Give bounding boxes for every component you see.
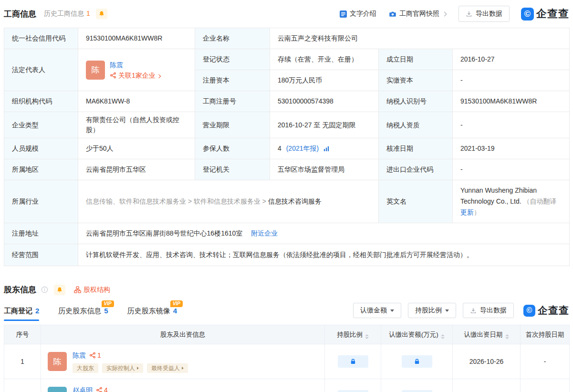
- export-data-button[interactable]: 导出数据: [458, 6, 510, 22]
- bell-icon[interactable]: [96, 9, 107, 19]
- related-count[interactable]: 1: [97, 351, 101, 360]
- column-subscribed-amount: 认缴出资额(万元): [381, 325, 453, 344]
- official-snapshot-label: 工商官网快照: [399, 10, 439, 18]
- shareholding-ratio-dropdown[interactable]: 持股比例: [408, 303, 456, 318]
- org-chart-icon: [74, 286, 81, 293]
- info-icon[interactable]: [41, 286, 48, 293]
- row-index: 2: [4, 379, 41, 392]
- qichacha-logo-icon: ©: [523, 305, 535, 317]
- insured-count: 4: [278, 144, 281, 152]
- annual-report-chart-icon[interactable]: [323, 145, 330, 152]
- first-hold-date-cell: 2017-11-20: [521, 379, 570, 392]
- tab-business-registration[interactable]: 工商登记2: [4, 307, 39, 321]
- shareholder-avatar[interactable]: 陈: [48, 352, 67, 371]
- shareholder-name-link[interactable]: 赵卓明: [73, 385, 93, 392]
- business-info-title: 工商信息: [4, 9, 36, 20]
- paid-capital-value: -: [453, 70, 570, 91]
- reg-status-value: 存续（在营、开业、在册）: [270, 49, 379, 70]
- tab-history-shareholders[interactable]: VIP 历史股东信息5: [58, 307, 108, 321]
- org-code-label: 组织机构代码: [4, 91, 78, 112]
- reg-capital-value: 180万元人民币: [270, 70, 379, 91]
- lock-icon[interactable]: [402, 355, 432, 368]
- reg-status-label: 登记状态: [195, 49, 270, 70]
- related-companies-icon: [110, 72, 116, 79]
- related-companies-link[interactable]: 关联1家企业: [118, 72, 156, 79]
- legal-rep-avatar[interactable]: 陈: [86, 61, 105, 80]
- import-export-value: -: [453, 159, 570, 180]
- chevron-right-icon: [442, 11, 447, 16]
- equity-structure-link[interactable]: 股权结构: [74, 286, 110, 294]
- staff-size-value: 少于50人: [78, 138, 195, 159]
- auto-translate-note-close: ）: [474, 208, 480, 216]
- region-label: 所属地区: [4, 159, 78, 180]
- tag-actual-controller[interactable]: 实际控制人: [102, 363, 143, 373]
- industry-separator: >: [188, 197, 192, 205]
- annual-report-link[interactable]: (2021年报): [286, 144, 319, 152]
- shareholder-info-cell: 陈 陈震 1 大股东 实际控制人 最终受益人: [41, 344, 325, 379]
- nearby-companies-link[interactable]: 附近企业: [251, 229, 278, 237]
- tab-history-shareholder-mirror[interactable]: VIP 历史股东镜像4: [127, 307, 177, 321]
- table-row: 1 陈 陈震 1 大股东 实际控制人: [4, 344, 570, 379]
- shareholding-ratio-label: 持股比例: [415, 306, 442, 315]
- subscribed-amount-cell: [381, 344, 453, 379]
- bell-icon[interactable]: [54, 285, 65, 295]
- related-companies-icon[interactable]: [96, 387, 103, 392]
- paid-capital-label: 实缴资本: [379, 70, 453, 91]
- address-label: 注册地址: [4, 223, 78, 244]
- tab-label: 历史股东镜像: [127, 307, 170, 315]
- reg-no-label: 工商注册号: [195, 91, 270, 112]
- camera-icon: [389, 10, 396, 18]
- history-business-info-link[interactable]: 历史工商信息1: [44, 10, 90, 18]
- lock-icon[interactable]: [338, 390, 368, 392]
- lock-icon[interactable]: [338, 355, 368, 368]
- table-row: 2 赵 赵卓明 4 最终受益人: [4, 379, 570, 392]
- business-term-value: 2016-10-27 至 无固定期限: [270, 112, 379, 138]
- tab-count: 5: [104, 307, 108, 315]
- related-count[interactable]: 4: [104, 385, 108, 392]
- translate-update-link[interactable]: 更新: [460, 208, 474, 216]
- address-value: 云南省昆明市五华区南屏街88号世纪中心16楼1610室 附近企业: [78, 223, 570, 244]
- sort-icon[interactable]: [365, 334, 369, 339]
- approval-date-value: 2021-03-19: [453, 138, 570, 159]
- taxpayer-id-label: 纳税人识别号: [379, 91, 453, 112]
- export-data-button[interactable]: 导出数据: [463, 303, 514, 318]
- tag-ultimate-beneficiary[interactable]: 最终受益人: [147, 363, 188, 373]
- first-hold-date-cell: -: [521, 344, 570, 379]
- column-shareholding-ratio: 持股比例: [325, 325, 381, 344]
- industry-level1: 信息传输、软件和信息技术服务业: [86, 197, 186, 205]
- insured-label: 参保人数: [195, 138, 270, 159]
- column-label: 认缴出资日期: [464, 331, 503, 338]
- shareholder-avatar[interactable]: 赵: [48, 387, 67, 392]
- qichacha-logo: © 企查查: [523, 304, 569, 317]
- download-icon: [466, 10, 472, 17]
- english-name-value: Yunnan Wusheng Zhibian Technology Co., L…: [453, 180, 570, 223]
- tab-label: 历史股东信息: [58, 307, 101, 315]
- shareholders-toolbar: 工商登记2 VIP 历史股东信息5 VIP 历史股东镜像4 认缴金额 持股比例: [4, 301, 569, 321]
- shareholder-name-link[interactable]: 陈震: [73, 351, 86, 360]
- tag-major-shareholder[interactable]: 大股东: [73, 363, 98, 373]
- legal-rep-name-link[interactable]: 陈震: [110, 61, 123, 69]
- credit-code-value: 91530100MA6K81WW8R: [78, 28, 195, 49]
- industry-label: 所属行业: [4, 180, 78, 223]
- caret-down-icon: [445, 309, 449, 312]
- shareholders-controls: 认缴金额 持股比例 导出数据 © 企查查: [346, 303, 569, 321]
- qichacha-logo: © 企查查: [521, 7, 569, 21]
- shareholders-table: 序号 股东及出资信息 持股比例 认缴出资额(万元) 认缴出资日期 首次持股日期 …: [4, 325, 570, 392]
- legal-rep-cell: 陈 陈震 关联1家企业: [78, 49, 195, 91]
- lock-icon[interactable]: [402, 390, 432, 392]
- text-intro-label: 文字介绍: [350, 10, 376, 18]
- download-icon: [470, 307, 477, 314]
- sort-icon[interactable]: [505, 334, 509, 339]
- page: 工商信息 历史工商信息1 文字介绍 工商官网快照 导出数据 © 企查查: [0, 0, 573, 392]
- column-index: 序号: [4, 325, 41, 344]
- business-info-header: 工商信息 历史工商信息1 文字介绍 工商官网快照 导出数据 © 企查查: [4, 5, 569, 28]
- related-companies-icon[interactable]: [89, 352, 96, 359]
- column-shareholder-info: 股东及出资信息: [41, 325, 325, 344]
- shareholders-tabs: 工商登记2 VIP 历史股东信息5 VIP 历史股东镜像4: [4, 301, 196, 321]
- subscribed-amount-dropdown[interactable]: 认缴金额: [353, 303, 401, 318]
- arrow-right-icon: [137, 367, 139, 370]
- sort-icon[interactable]: [441, 334, 445, 339]
- text-intro-link[interactable]: 文字介绍: [340, 10, 376, 18]
- official-snapshot-link[interactable]: 工商官网快照: [389, 10, 446, 18]
- export-data-label: 导出数据: [480, 306, 507, 315]
